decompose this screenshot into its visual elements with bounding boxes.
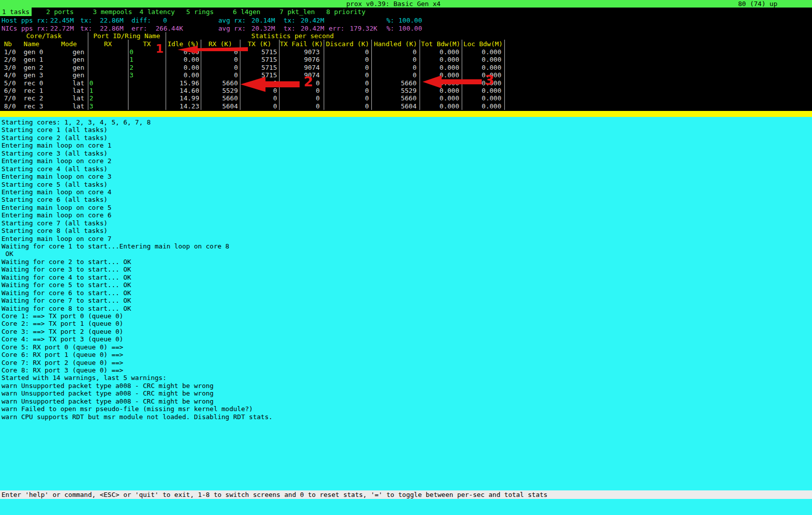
cell-mode: lat [50, 87, 88, 94]
log-line: Entering main loop on core 4 [2, 188, 812, 196]
log-line: Waiting for core 8 to start... OK [2, 305, 812, 312]
command-hint-bar: Enter 'help' or command, <ESC> or 'quit'… [0, 490, 812, 499]
col-loc-bdw: Loc Bdw(M) [462, 40, 504, 48]
table-divider [128, 40, 128, 110]
log-line: Starting core 5 (all tasks) [2, 181, 812, 188]
cell-task-name: rec 1 [23, 87, 50, 94]
cell-tx-fail: 0 [279, 94, 324, 102]
cell-tx-k: 0 [240, 94, 279, 102]
cell-mode: gen [50, 48, 88, 56]
cell-tx-k: 0 [240, 102, 279, 110]
cell-tx-port: 2 [128, 64, 166, 71]
log-line: Core 6: RX port 1 (queue 0) ==> [2, 351, 812, 358]
host-diff-value: 0 [163, 17, 167, 25]
table-divider [504, 40, 505, 110]
cell-idle-pct: 0.00 [166, 56, 201, 63]
log-line: Core 8: RX port 3 (queue 0) ==> [2, 366, 812, 374]
cell-loc-bdw: 0.000 [462, 94, 504, 102]
cell-discard: 0 [324, 94, 371, 102]
table-group-headers: Core/Task Port ID/Ring Name Statistics p… [0, 32, 507, 40]
log-line: Waiting for core 1 to start...Entering m… [2, 242, 812, 250]
core-task-stats-table: Core/Task Port ID/Ring Name Statistics p… [0, 32, 507, 111]
tab-latency[interactable]: 4 latency [140, 8, 175, 16]
cell-rx-port: 1 [88, 87, 128, 94]
cell-tx-k: 5715 [240, 56, 279, 63]
col-tx-fail: TX Fail (K) [279, 40, 324, 48]
tab-tasks[interactable]: 1 tasks [0, 8, 32, 16]
host-tx-value: 22.86M [100, 17, 123, 25]
log-line: Core 1: ==> TX port 0 (queue 0) [2, 312, 812, 320]
cell-idle-pct: 14.99 [166, 94, 201, 102]
cell-mode: gen [50, 64, 88, 71]
log-line: Entering main loop on core 3 [2, 173, 812, 180]
cell-core-task-id: 8/0 [0, 102, 23, 110]
cell-task-name: gen 0 [23, 48, 50, 56]
tab-ports[interactable]: 2 ports [46, 8, 74, 16]
cell-task-name: rec 0 [23, 79, 50, 87]
cell-tx-fail: 9076 [279, 56, 324, 63]
log-line: warn Unsupported packet type a008 - CRC … [2, 398, 812, 405]
cell-task-name: gen 1 [23, 56, 50, 63]
host-avg-rx-value: 20.14M [251, 17, 275, 25]
tab-mempools[interactable]: 3 mempools [93, 8, 132, 16]
group-header-port-ring: Port ID/Ring Name [88, 32, 166, 40]
col-tot-bdw: Tot Bdw(M) [420, 40, 462, 48]
cell-tot-bdw: 0.000 [420, 64, 462, 71]
tab-rings[interactable]: 5 rings [186, 8, 214, 16]
cell-rx-k: 5529 [201, 87, 240, 94]
host-pct-label: %: [386, 17, 394, 25]
log-line: Starting cores: 1, 2, 3, 4, 5, 6, 7, 8 [2, 118, 812, 126]
col-name: Name [23, 40, 50, 48]
annotation-arrow-3-icon [422, 74, 483, 89]
table-row: 7/0 rec 2 lat 2 14.99 5660 0 0 0 5660 0.… [0, 94, 504, 102]
log-line: Started with 14 warnings, last 5 warning… [2, 374, 812, 381]
log-line: Core 7: RX port 2 (queue 0) ==> [2, 359, 812, 366]
nics-avg-err-label: err: [329, 25, 344, 33]
cell-handled: 5604 [371, 102, 420, 110]
cell-task-name: rec 3 [23, 102, 50, 110]
group-header-stats: Statistics per second [166, 32, 420, 40]
cell-core-task-id: 2/0 [0, 56, 23, 63]
nics-pct-value: 100.00 [398, 25, 422, 33]
cell-tot-bdw: 0.000 [420, 48, 462, 56]
table-divider [420, 40, 420, 110]
nics-avg-rx-label: avg rx: [218, 25, 246, 33]
cell-handled: 0 [371, 56, 420, 63]
log-line: Waiting for core 2 to start... OK [2, 258, 812, 266]
tab-l4gen[interactable]: 6 l4gen [233, 8, 260, 16]
log-line: Core 3: ==> TX port 2 (queue 0) [2, 328, 812, 335]
cell-rx-port [88, 48, 128, 56]
cell-idle-pct: 14.60 [166, 87, 201, 94]
screen-tabs: 1 tasks 2 ports 3 mempools 4 latency 5 r… [0, 8, 812, 16]
cell-tx-port: 1 [128, 56, 166, 63]
nics-avg-rx-value: 20.32M [251, 25, 275, 33]
log-line: Core 5: RX port 0 (queue 0) ==> [2, 343, 812, 351]
table-row: 3/0 gen 2 gen 2 0.00 0 5715 9074 0 0 0.0… [0, 64, 504, 71]
app-title: prox v0.39: Basic Gen x4 [346, 0, 441, 8]
table-row: 2/0 gen 1 gen 1 0.00 0 5715 9076 0 0 0.0… [0, 56, 504, 63]
tab-priority[interactable]: 8 priority [326, 8, 365, 16]
cell-discard: 0 [324, 87, 371, 94]
cell-handled: 5660 [371, 79, 420, 87]
annotation-number-1: 1 [156, 42, 164, 55]
table-row: 8/0 rec 3 lat 3 14.23 5604 0 0 0 5604 0.… [0, 102, 504, 110]
tab-pkt-len[interactable]: 7 pkt_len [280, 8, 315, 16]
nics-avg-tx-label: tx: [284, 25, 295, 33]
log-line: warn CPU supports RDT but msr module not… [2, 413, 812, 421]
cell-core-task-id: 4/0 [0, 71, 23, 79]
cell-rx-k: 5660 [201, 94, 240, 102]
cell-mode: lat [50, 102, 88, 110]
cell-loc-bdw: 0.000 [462, 64, 504, 71]
cell-tx-port [128, 87, 166, 94]
nics-err-label: err: [131, 25, 147, 33]
log-line: Entering main loop on core 1 [2, 142, 812, 149]
table-row: 1/0 gen 0 gen 0 0.00 0 5715 9073 0 0 0.0… [0, 48, 504, 56]
log-line: warn Unsupported packet type a008 - CRC … [2, 382, 812, 390]
cell-discard: 0 [324, 71, 371, 79]
cell-tx-fail: 0 [279, 102, 324, 110]
uptime-indicator: 80 (74) up [738, 0, 777, 8]
host-pps-line: Host pps rx: 22.45M tx: 22.86M diff: 0 a… [0, 17, 812, 25]
cell-task-name: gen 3 [23, 71, 50, 79]
cell-tx-port [128, 102, 166, 110]
host-pct-value: 100.00 [398, 17, 422, 25]
